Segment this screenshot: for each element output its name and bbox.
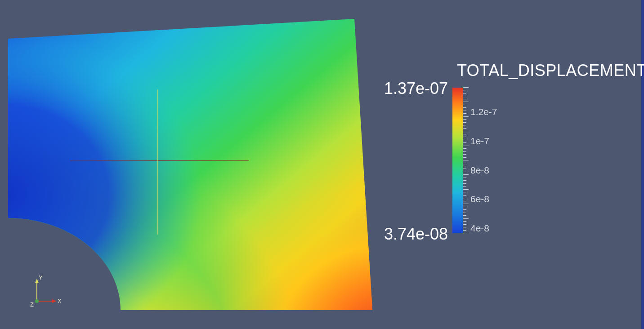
legend-tick [463,99,466,99]
axis-y-label: Y [39,274,43,281]
legend-tick [463,154,466,155]
viewport-3d[interactable]: Y X Z TOTAL_DISPLACEMENT 1.37e-07 3.74e-… [0,0,644,329]
legend-tick [463,192,466,192]
legend-tick [463,140,466,140]
legend-tick [463,122,466,123]
legend-tick [463,157,466,158]
legend-tick [463,213,466,213]
legend-tick [463,201,466,201]
legend-tick-label: 8e-8 [470,165,489,176]
legend-tick [463,148,466,149]
legend-tick [463,186,466,187]
legend-tick [463,204,469,204]
legend-tick [463,116,469,117]
svg-marker-7 [52,299,57,303]
legend-min-value: 3.74e-08 [371,225,448,244]
legend-tick [463,224,466,225]
legend-tick [463,142,466,143]
legend-tick [463,128,466,129]
legend-tick [463,198,466,198]
legend-tick-label: 1.2e-7 [470,107,497,117]
legend-tick [463,125,466,125]
legend-tick [463,218,469,219]
legend-tick [463,119,466,120]
legend-tick [463,96,466,96]
legend-tick-label: 4e-8 [470,223,489,234]
legend-tick [463,195,466,196]
contour-plot[interactable] [8,19,372,310]
axis-z-label: Z [30,301,34,308]
legend-tick [463,111,466,111]
legend-tick [463,172,466,172]
legend-tick [463,189,469,190]
legend-tick [463,113,466,114]
legend-tick [463,134,466,134]
orientation-triad[interactable]: Y X Z [28,274,64,310]
legend-tick [463,233,469,233]
legend-tick [463,137,466,137]
legend-tick [463,151,466,152]
legend-tick [463,230,466,231]
legend-tick [463,169,466,169]
legend-tick [463,209,466,210]
legend-colorbar[interactable] [452,88,463,233]
legend-ticks: 1.2e-71e-78e-86e-84e-8 [463,87,517,234]
legend-tick [463,221,466,222]
legend-tick [463,146,469,146]
legend-title: TOTAL_DISPLACEMENT [457,61,644,80]
svg-point-8 [35,299,39,303]
legend-tick [463,166,466,166]
legend-tick [463,180,466,181]
legend-tick [463,90,466,90]
legend-tick [463,93,466,93]
legend-tick [463,227,466,227]
legend-tick [463,102,469,102]
svg-rect-3 [8,19,372,310]
svg-marker-5 [35,279,39,283]
legend-tick [463,163,466,163]
legend-tick [463,183,466,184]
axis-x-label: X [58,298,62,304]
legend-tick [463,178,466,178]
legend-tick [463,207,466,207]
legend-tick-label: 6e-8 [470,194,489,205]
legend-tick [463,174,469,175]
legend-tick [463,105,466,105]
legend-tick-label: 1e-7 [470,136,489,147]
legend-tick [463,107,466,108]
window-right-accent [641,0,644,329]
legend-tick [463,160,469,160]
legend-tick [463,87,469,88]
legend-tick [463,215,466,216]
legend-max-value: 1.37e-07 [371,79,448,98]
legend-tick [463,131,469,131]
